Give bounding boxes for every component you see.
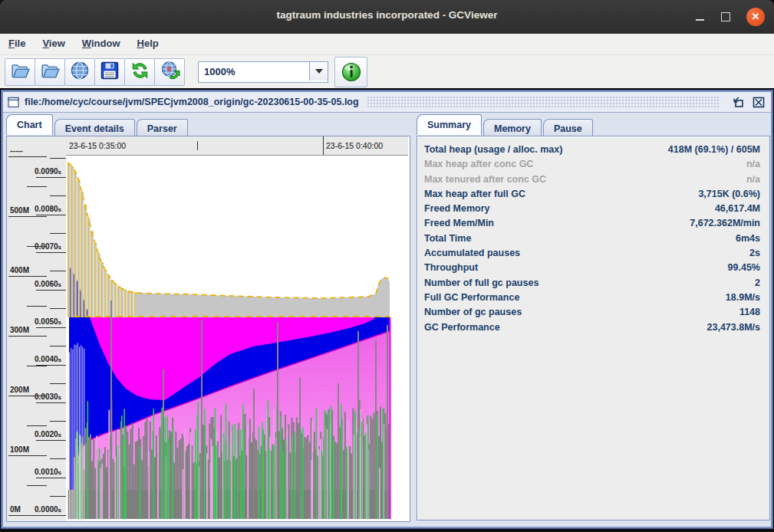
export-button[interactable]	[94, 58, 125, 86]
summary-row: Freed Mem/Min7,672.362M/min	[417, 216, 769, 231]
axis-tick	[50, 421, 66, 422]
axis-tick	[50, 496, 66, 497]
axis-tick	[50, 458, 66, 459]
axis-tick	[8, 156, 47, 157]
open-url-button[interactable]	[64, 58, 95, 86]
left-tab-bar: ChartEvent detailsParser	[6, 114, 189, 136]
frame-close-button[interactable]	[751, 95, 766, 109]
right-tab-bar: SummaryMemoryPause	[417, 114, 594, 136]
tab-parser[interactable]: Parser	[137, 119, 188, 137]
summary-value: n/a	[746, 172, 760, 187]
menu-item-view[interactable]: View	[34, 34, 73, 49]
summary-value: 6m4s	[736, 232, 760, 246]
close-button[interactable]: ✕	[746, 8, 765, 26]
summary-value: 46,617.4M	[715, 202, 760, 216]
summary-row: Total Time6m4s	[417, 232, 769, 246]
axis-tick-label: 0.0070s	[35, 242, 61, 251]
axis-tick	[27, 425, 47, 426]
window-titlebar: tagtraum industries incorporated - GCVie…	[0, 0, 774, 34]
axis-tick-label: 0.0050s	[35, 317, 61, 326]
axis-tick-label: 500M	[10, 206, 29, 215]
desktop-pane: file:/home/cyc/course/jvm/SPECjvm2008_or…	[0, 88, 774, 532]
frame-content: ChartEvent detailsParser SummaryMemoryPa…	[3, 113, 771, 527]
tab-memory[interactable]: Memory	[483, 119, 542, 137]
summary-label: Throughput	[424, 261, 478, 275]
frame-restore-button[interactable]	[731, 95, 746, 109]
summary-value: 99.45%	[728, 261, 760, 275]
summary-value: n/a	[746, 157, 760, 172]
tab-chart[interactable]: Chart	[6, 114, 53, 135]
save-icon	[100, 61, 120, 84]
gcviewer-app: tagtraum industries incorporated - GCVie…	[0, 0, 774, 532]
summary-row: Accumulated pauses2s	[417, 246, 769, 261]
titlebar-texture	[367, 96, 719, 108]
tab-summary[interactable]: Summary	[417, 114, 482, 135]
refresh-icon	[130, 61, 150, 84]
axis-tick	[50, 383, 66, 384]
axis-tick	[50, 233, 66, 234]
axis-tick	[36, 290, 66, 291]
tab-event-details[interactable]: Event details	[54, 119, 135, 137]
summary-value: 2	[755, 276, 760, 291]
axis-tick	[50, 158, 66, 159]
tab-pause[interactable]: Pause	[543, 119, 593, 137]
document-icon	[8, 97, 20, 108]
menu-item-file[interactable]: File	[0, 34, 34, 49]
axis-tick-label: 0.0000s	[35, 505, 61, 514]
folder-open-icon	[40, 61, 61, 84]
axis-tick	[8, 276, 47, 277]
watch-button[interactable]	[154, 58, 185, 86]
maximize-icon	[721, 12, 730, 21]
axis-tick	[8, 336, 47, 337]
minimize-button[interactable]	[691, 8, 708, 25]
about-button[interactable]	[334, 57, 367, 87]
axis-tick-label: 0.0090s	[35, 167, 61, 176]
summary-row: Freed Memory46,617.4M	[417, 202, 769, 216]
ruler-tick	[197, 141, 198, 150]
summary-label: Total Time	[424, 232, 471, 246]
globe-icon	[70, 61, 90, 84]
summary-label: Full GC Performance	[424, 291, 519, 305]
close-icon: ✕	[752, 11, 760, 21]
window-title: tagtraum industries incorporated - GCVie…	[0, 9, 774, 21]
maximize-button[interactable]	[717, 8, 734, 25]
axis-tick	[50, 271, 66, 271]
axis-tick	[36, 515, 66, 516]
menu-item-window[interactable]: Window	[74, 34, 129, 49]
summary-row: Max tenured after conc GCn/a	[417, 172, 769, 187]
summary-label: Total heap (usage / alloc. max)	[424, 143, 562, 157]
axis-tick-label: 0.0080s	[35, 205, 61, 213]
zoom-value: 1000%	[204, 66, 235, 77]
axis-tick-label: 0.0020s	[35, 430, 61, 438]
menu-item-help[interactable]: Help	[129, 34, 167, 49]
combobox-arrow-button[interactable]	[309, 62, 328, 80]
toolbar: 1000%	[0, 55, 774, 89]
menu-bar: FileViewWindowHelp	[0, 34, 774, 55]
gc-chart-plot[interactable]	[66, 156, 408, 521]
zoom-combobox[interactable]: 1000%	[198, 61, 328, 83]
frame-title: file:/home/cyc/course/jvm/SPECjvm2008_or…	[25, 97, 359, 107]
summary-row: Max heap after conc GCn/a	[417, 157, 769, 172]
axis-tick-label: -----	[10, 146, 23, 155]
summary-value: 3,715K (0.6%)	[698, 187, 760, 202]
summary-panel: Total heap (usage / alloc. max)418M (69.…	[417, 136, 770, 521]
summary-value: 2s	[749, 246, 760, 261]
open-recent-button[interactable]	[35, 58, 65, 86]
axis-tick-label: 400M	[10, 266, 29, 274]
summary-row: Max heap after full GC3,715K (0.6%)	[417, 187, 769, 202]
axis-tick	[50, 195, 66, 196]
summary-label: Number of gc pauses	[424, 305, 522, 320]
minimize-icon	[696, 19, 704, 21]
restore-icon	[733, 97, 745, 108]
summary-label: Accumulated pauses	[424, 246, 520, 261]
frame-titlebar[interactable]: file:/home/cyc/course/jvm/SPECjvm2008_or…	[3, 92, 771, 113]
refresh-button[interactable]	[124, 58, 155, 86]
axis-tick-label: 100M	[10, 445, 29, 454]
open-file-button[interactable]	[5, 58, 35, 86]
globe-refresh-icon	[160, 61, 180, 84]
axis-tick-label: 0.0030s	[35, 392, 61, 401]
axis-tick	[50, 308, 66, 309]
summary-value: 418M (69.1%) / 605M	[668, 143, 760, 157]
folder-open-icon	[10, 61, 31, 84]
axis-tick-label: 200M	[10, 386, 29, 394]
